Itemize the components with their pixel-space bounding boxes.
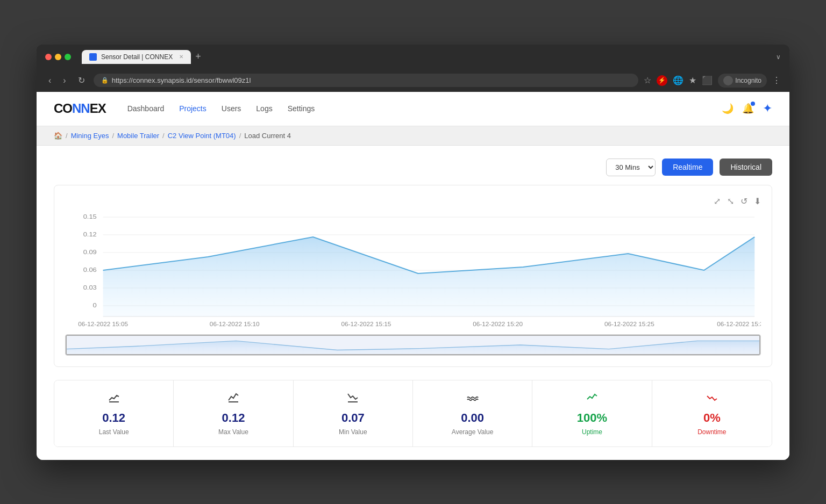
extension-btn-2[interactable]: 🌐 bbox=[673, 75, 683, 85]
dot-yellow[interactable] bbox=[55, 54, 61, 60]
app-content: CONNEX Dashboard Projects Users Logs Set… bbox=[37, 92, 789, 460]
address-bar[interactable]: 🔒 https://connex.synapsis.id/sensor/fbww… bbox=[94, 74, 639, 87]
dark-mode-button[interactable]: 🌙 bbox=[722, 103, 734, 114]
stat-downtime: 0% Downtime bbox=[652, 380, 772, 447]
breadcrumb-current: Load Current 4 bbox=[244, 132, 291, 140]
breadcrumb-mobile-trailer[interactable]: Mobile Trailer bbox=[117, 132, 159, 140]
uptime-value: 100% bbox=[541, 411, 643, 425]
logo-text: CONNEX bbox=[54, 101, 106, 116]
nav-users[interactable]: Users bbox=[222, 104, 241, 113]
realtime-button[interactable]: Realtime bbox=[662, 159, 713, 176]
stats-grid: 0.12 Last Value 0.12 Max Value 0.07 bbox=[54, 380, 772, 447]
stat-uptime: 100% Uptime bbox=[532, 380, 652, 447]
nav-projects[interactable]: Projects bbox=[179, 104, 206, 113]
svg-text:06-12-2022 15:10: 06-12-2022 15:10 bbox=[210, 321, 260, 327]
menu-button[interactable]: ⋮ bbox=[772, 75, 781, 85]
nav-refresh-button[interactable]: ↻ bbox=[75, 74, 88, 87]
svg-text:06-12-2022 15:30: 06-12-2022 15:30 bbox=[717, 321, 761, 327]
bookmark-button[interactable]: ☆ bbox=[644, 75, 651, 85]
tab-favicon bbox=[89, 53, 97, 61]
chart-controls: 30 Mins 5 Mins 10 Mins 15 Mins 1 Hour 6 … bbox=[54, 159, 772, 176]
svg-text:06-12-2022 15:15: 06-12-2022 15:15 bbox=[341, 321, 391, 327]
nav-logs[interactable]: Logs bbox=[256, 104, 272, 113]
browser-window: Sensor Detail | CONNEX ✕ + ∨ ‹ › ↻ 🔒 htt… bbox=[37, 45, 789, 460]
browser-tab-active[interactable]: Sensor Detail | CONNEX ✕ bbox=[82, 50, 191, 64]
tab-close-btn[interactable]: ✕ bbox=[179, 54, 183, 60]
nav-settings[interactable]: Settings bbox=[288, 104, 315, 113]
browser-addressbar: ‹ › ↻ 🔒 https://connex.synapsis.id/senso… bbox=[37, 69, 789, 92]
nav-forward-button[interactable]: › bbox=[60, 75, 69, 87]
url-text: https://connex.synapsis.id/sensor/fbwwl0… bbox=[112, 76, 251, 84]
browser-tab-bar: Sensor Detail | CONNEX ✕ + bbox=[82, 50, 753, 64]
app-logo: CONNEX bbox=[54, 101, 106, 116]
profile-avatar bbox=[723, 76, 733, 85]
downtime-value: 0% bbox=[661, 411, 763, 425]
extension-btn-3[interactable]: ★ bbox=[689, 75, 696, 85]
downtime-label: Downtime bbox=[661, 428, 763, 436]
profile-button[interactable]: Incognito bbox=[718, 74, 767, 88]
notification-badge bbox=[751, 102, 755, 106]
mini-chart-range-handle[interactable] bbox=[66, 335, 760, 355]
notifications-button[interactable]: 🔔 bbox=[742, 103, 754, 114]
max-value-label: Max Value bbox=[182, 428, 284, 436]
historical-button[interactable]: Historical bbox=[720, 159, 772, 176]
stat-last-value: 0.12 Last Value bbox=[54, 380, 174, 447]
downtime-icon bbox=[661, 391, 763, 407]
profile-label: Incognito bbox=[735, 77, 761, 84]
breadcrumb-sep-3: / bbox=[239, 132, 241, 140]
breadcrumb-sep-1: / bbox=[112, 132, 114, 140]
avg-value-number: 0.00 bbox=[422, 411, 523, 425]
min-value-label: Min Value bbox=[302, 428, 404, 436]
chart-download-button[interactable]: ⬇ bbox=[754, 196, 761, 206]
main-chart-svg: 0.15 0.12 0.09 0.06 0.03 0 06-12-2022 15… bbox=[65, 212, 761, 330]
stat-min-value: 0.07 Min Value bbox=[294, 380, 413, 447]
last-value-number: 0.12 bbox=[63, 411, 165, 425]
nav-back-button[interactable]: ‹ bbox=[45, 75, 54, 87]
browser-titlebar: Sensor Detail | CONNEX ✕ + ∨ bbox=[37, 45, 789, 69]
breadcrumb: 🏠 / Mining Eyes / Mobile Trailer / C2 Vi… bbox=[37, 126, 789, 146]
nav-dashboard[interactable]: Dashboard bbox=[127, 104, 165, 113]
extension-btn-1[interactable]: ⚡ bbox=[657, 75, 667, 86]
trend-icon bbox=[63, 391, 165, 407]
max-value-number: 0.12 bbox=[182, 411, 284, 425]
main-content: 30 Mins 5 Mins 10 Mins 15 Mins 1 Hour 6 … bbox=[37, 146, 789, 460]
tab-title: Sensor Detail | CONNEX bbox=[101, 53, 173, 61]
avg-value-label: Average Value bbox=[422, 428, 523, 436]
chart-refresh-button[interactable]: ↺ bbox=[740, 196, 747, 206]
svg-text:0.12: 0.12 bbox=[83, 231, 97, 237]
extension-btn-4[interactable]: ⬛ bbox=[702, 75, 713, 85]
svg-text:06-12-2022 15:05: 06-12-2022 15:05 bbox=[78, 321, 128, 327]
app-header: CONNEX Dashboard Projects Users Logs Set… bbox=[37, 92, 789, 126]
chart-container: ⤢ ⤡ ↺ ⬇ bbox=[54, 185, 772, 367]
dot-red[interactable] bbox=[45, 54, 52, 60]
wave-icon bbox=[422, 391, 523, 407]
new-tab-button[interactable]: + bbox=[193, 51, 203, 62]
chart-expand-button[interactable]: ⤢ bbox=[714, 196, 721, 206]
svg-text:0.03: 0.03 bbox=[83, 284, 97, 291]
svg-text:0.06: 0.06 bbox=[83, 266, 97, 273]
header-actions: 🌙 🔔 ✦ bbox=[722, 102, 772, 116]
svg-text:0: 0 bbox=[93, 301, 97, 308]
chart-shrink-button[interactable]: ⤡ bbox=[727, 196, 734, 206]
breadcrumb-mining-eyes[interactable]: Mining Eyes bbox=[71, 132, 109, 140]
svg-text:0.15: 0.15 bbox=[83, 213, 97, 220]
sync-button[interactable]: ✦ bbox=[763, 102, 772, 116]
main-nav: Dashboard Projects Users Logs Settings bbox=[127, 104, 722, 113]
last-value-label: Last Value bbox=[63, 428, 165, 436]
lock-icon: 🔒 bbox=[101, 77, 109, 84]
main-chart-wrapper: 0.15 0.12 0.09 0.06 0.03 0 06-12-2022 15… bbox=[65, 212, 761, 330]
uptime-icon bbox=[541, 391, 643, 407]
browser-dots bbox=[45, 54, 71, 60]
breadcrumb-home-icon[interactable]: 🏠 bbox=[54, 132, 62, 140]
svg-text:06-12-2022 15:20: 06-12-2022 15:20 bbox=[473, 321, 523, 327]
uptime-label: Uptime bbox=[541, 428, 643, 436]
breadcrumb-c2-viewpoint[interactable]: C2 View Point (MT04) bbox=[168, 132, 236, 140]
trend-down-icon bbox=[302, 391, 404, 407]
mini-chart-wrapper[interactable] bbox=[65, 334, 761, 356]
time-range-select[interactable]: 30 Mins 5 Mins 10 Mins 15 Mins 1 Hour 6 … bbox=[606, 159, 656, 176]
svg-text:06-12-2022 15:25: 06-12-2022 15:25 bbox=[604, 321, 654, 327]
min-value-number: 0.07 bbox=[302, 411, 404, 425]
browser-action-buttons: ☆ ⚡ 🌐 ★ ⬛ Incognito ⋮ bbox=[644, 74, 781, 88]
dot-green[interactable] bbox=[65, 54, 71, 60]
window-controls: ∨ bbox=[776, 53, 781, 61]
